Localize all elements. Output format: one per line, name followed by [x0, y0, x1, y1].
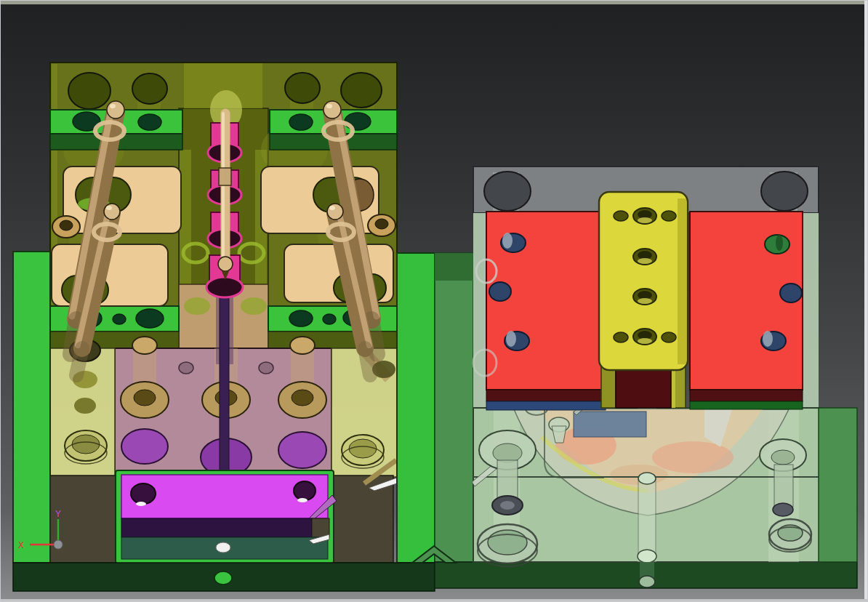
retainer-notch — [312, 518, 329, 537]
wear-band-green — [690, 401, 803, 409]
clamp-bolt-hole — [285, 73, 320, 103]
red-plate-hole — [780, 284, 802, 302]
ejector-plate-hole — [131, 483, 156, 504]
spacer-rail-top — [435, 253, 473, 281]
runner-ghost — [241, 297, 267, 315]
sprue-puller — [638, 478, 656, 557]
pin-torus-bore — [500, 501, 515, 510]
angle-pin-ghost — [76, 348, 82, 375]
sprue-puller-top — [638, 473, 656, 484]
rail-plate-hole — [113, 314, 126, 324]
pin-tip — [107, 101, 124, 119]
yellow-hole-crescent — [638, 258, 652, 264]
pin-tip-highlight — [329, 206, 335, 210]
pin-tip-highlight — [326, 104, 332, 108]
bore-purple — [278, 432, 326, 468]
window-top-strip — [1, 1, 868, 4]
bore-purple — [121, 429, 168, 464]
block-edge-shade — [678, 198, 686, 364]
yellow-hole-small — [662, 332, 676, 342]
hole-stripe — [776, 235, 783, 251]
guide-bushing-bore — [60, 220, 73, 230]
wear-band-maroon — [690, 390, 803, 401]
ejector-sleeve-bore — [292, 390, 313, 406]
rail-plate-hole — [289, 310, 313, 326]
runner-ghost — [184, 297, 210, 315]
riser-shadow — [329, 475, 393, 563]
hole-crescent — [506, 331, 516, 347]
sleeve-top — [290, 337, 315, 354]
ejector-plate-hole — [294, 481, 316, 500]
center-pocket-maroon — [616, 368, 671, 408]
sleeve-top — [132, 337, 157, 354]
pin-tip — [324, 101, 341, 119]
window-bottom-edge — [1, 599, 868, 602]
side-margin — [473, 213, 486, 408]
frame-rail-right — [397, 253, 435, 563]
clamp-bolt-hole — [68, 73, 110, 109]
wear-band-maroon — [486, 390, 606, 401]
stop-plate-hole — [345, 113, 371, 130]
spacer-rail-right — [819, 408, 857, 562]
center-pin-collar — [219, 168, 231, 185]
ejector-rod — [220, 271, 229, 475]
spacer-rail — [435, 253, 473, 562]
ejector-retainer — [121, 518, 312, 537]
sprue-puller-bottom — [638, 550, 656, 563]
pin-tip — [327, 204, 343, 220]
hole-crescent — [502, 233, 513, 249]
angle-pin-ghost — [365, 348, 370, 375]
clamp-bolt-hole — [341, 73, 382, 108]
return-pin-stem — [774, 465, 793, 507]
clamp-bolt-hole — [132, 73, 167, 104]
ucs-x-label: X — [18, 539, 24, 550]
yellow-hole-crescent — [638, 217, 652, 223]
ucs-y-label: Y — [55, 508, 61, 519]
ejector-sleeve-bore — [134, 390, 156, 406]
sprue-bowl — [206, 277, 243, 297]
stop-plate-hole — [289, 114, 313, 130]
return-pin-cup-bore — [493, 444, 522, 462]
yellow-hole-crescent — [638, 338, 652, 344]
cad-viewport[interactable]: XY — [1, 1, 867, 601]
pin-torus — [773, 503, 793, 516]
plate-bore — [484, 172, 531, 211]
rail-plate-hole — [323, 314, 336, 324]
cad-window: XY — [0, 0, 868, 602]
center-pin-ball — [218, 257, 233, 271]
teal-hole — [216, 542, 230, 553]
plate-bore — [761, 172, 808, 211]
yellow-hole-small — [614, 332, 628, 342]
base-hole-green — [214, 571, 232, 585]
pin-tip-highlight — [110, 104, 116, 108]
pin-bore — [179, 362, 193, 374]
frame-rail-left — [13, 252, 50, 563]
hole-glint — [136, 502, 146, 506]
puller-bottom — [639, 576, 655, 587]
yellow-hole-crescent — [638, 298, 652, 304]
ucs-origin — [54, 540, 63, 549]
red-plate-hole — [489, 282, 511, 301]
pin-bore — [259, 362, 273, 374]
yellow-hole-small — [662, 211, 676, 221]
return-pin-cup-bore — [771, 450, 795, 465]
viewport-canvas[interactable]: XY — [1, 1, 868, 602]
guide-bushing-bore — [375, 219, 388, 229]
stop-plate-hole — [138, 114, 161, 130]
rail-plate-hole — [136, 309, 164, 328]
insert-blue — [574, 412, 646, 437]
hole-glint — [297, 498, 308, 502]
window-right-edge — [864, 1, 868, 602]
hole-crescent — [763, 331, 773, 347]
wear-band-navy — [486, 401, 606, 410]
column-cup-inner — [349, 439, 377, 458]
pin-tip — [104, 204, 120, 220]
column-cup-inner — [72, 435, 100, 454]
cavity-blush — [652, 441, 734, 473]
column-bore — [74, 398, 96, 414]
side-margin — [803, 213, 819, 408]
yellow-hole-small — [614, 211, 628, 221]
pin-tip-highlight — [106, 206, 112, 210]
